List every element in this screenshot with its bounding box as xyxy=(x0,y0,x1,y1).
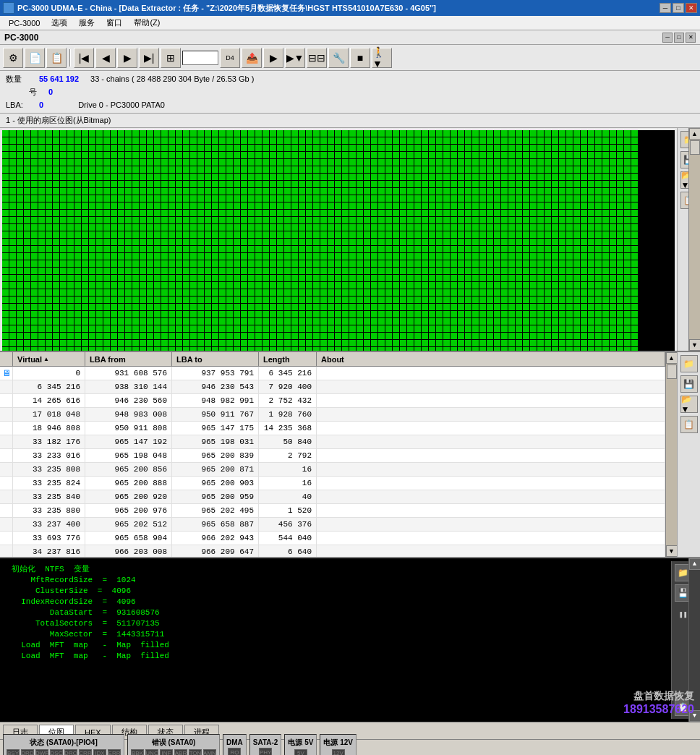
close-button[interactable]: ✕ xyxy=(686,3,697,13)
app-max-btn[interactable]: □ xyxy=(674,33,684,43)
toolbar-btn-walk[interactable]: 🚶▼ xyxy=(372,48,392,68)
table-row[interactable]: 33 235 824965 200 888965 200 90316 xyxy=(0,477,665,490)
minimize-button[interactable]: ─ xyxy=(660,3,671,13)
bitmap-cell xyxy=(393,304,399,310)
th-virtual[interactable]: Virtual ▲ xyxy=(13,352,85,366)
table-scroll-track[interactable] xyxy=(666,364,677,545)
bitmap-cell xyxy=(255,137,262,144)
table-row[interactable]: 33 182 176965 147 192965 198 03150 840 xyxy=(0,435,665,449)
log-pause-icon[interactable]: ❚❚ xyxy=(678,610,687,619)
toolbar-btn-d4[interactable]: D4 xyxy=(220,48,240,68)
table-row[interactable]: 33 235 808965 200 856965 200 87116 xyxy=(0,463,665,477)
bitmap-cell xyxy=(154,210,161,216)
bitmap-cell xyxy=(465,275,471,281)
menu-service[interactable]: 服务 xyxy=(73,16,101,30)
bitmap-cell xyxy=(516,224,522,231)
bitmap-cell xyxy=(378,195,385,202)
table-scroll-up[interactable]: ▲ xyxy=(666,352,678,364)
th-lba-from[interactable]: LBA from xyxy=(85,352,172,366)
bitmap-cell xyxy=(588,159,594,166)
menu-pc3000[interactable]: PC-3000 xyxy=(3,17,46,29)
toolbar-btn-prev-start[interactable]: |◀ xyxy=(74,48,94,68)
bitmap-scroll-thumb[interactable] xyxy=(690,140,700,155)
toolbar-btn-next-end[interactable]: ▶| xyxy=(139,48,159,68)
table-right-btn-4[interactable]: 📋 xyxy=(680,416,698,433)
table-row[interactable]: 17 018 048948 983 008950 911 7671 928 76… xyxy=(0,408,665,422)
bitmap-cell xyxy=(320,159,327,166)
toolbar-btn-play[interactable]: ▶ xyxy=(263,48,283,68)
toolbar-btn-1[interactable]: ⚙ xyxy=(3,48,23,68)
log-scroll-up[interactable]: ▲ xyxy=(689,558,701,570)
bitmap-cell xyxy=(262,195,269,202)
toolbar-input[interactable]: 0 xyxy=(182,51,218,65)
table-row[interactable]: 🖥0931 608 576937 953 7916 345 216 xyxy=(0,367,665,380)
bitmap-cell xyxy=(24,174,30,180)
maximize-button[interactable]: □ xyxy=(673,3,684,13)
bitmap-cell xyxy=(349,145,356,151)
table-right-btn-3[interactable]: 📂▼ xyxy=(680,396,698,413)
bitmap-cell xyxy=(407,188,414,195)
bitmap-cell xyxy=(241,268,247,274)
toolbar-btn-view[interactable]: ⊟⊟ xyxy=(307,48,327,68)
bitmap-scroll-down[interactable]: ▼ xyxy=(689,339,701,351)
toolbar-btn-prev[interactable]: ◀ xyxy=(95,48,116,68)
app-min-btn[interactable]: ─ xyxy=(662,33,673,43)
bitmap-cell xyxy=(393,195,399,202)
bitmap-scrollbar[interactable]: ▲ ▼ xyxy=(688,128,700,351)
table-row[interactable]: 18 946 808950 911 808965 147 17514 235 3… xyxy=(0,422,665,435)
table-row[interactable]: 34 237 816966 203 008966 209 6476 640 xyxy=(0,545,665,557)
bitmap-cell xyxy=(494,181,500,187)
table-row[interactable]: 33 233 016965 198 048965 200 8392 792 xyxy=(0,449,665,463)
bitmap-scroll-track[interactable] xyxy=(689,140,700,339)
bitmap-cell xyxy=(67,224,74,231)
bitmap-scroll-up[interactable]: ▲ xyxy=(689,128,701,140)
bitmap-cell xyxy=(132,289,139,296)
toolbar-btn-grid[interactable]: ⊞ xyxy=(161,48,181,68)
table-row[interactable]: 6 345 216938 310 144946 230 5437 920 400 xyxy=(0,380,665,394)
bitmap-cell xyxy=(125,318,132,325)
toolbar-btn-wrench[interactable]: 🔧 xyxy=(328,48,349,68)
bitmap-cell xyxy=(313,297,320,303)
table-right-btn-1[interactable]: 📁 xyxy=(680,355,698,372)
bitmap-cell xyxy=(624,246,631,252)
bitmap-cell xyxy=(212,224,218,231)
bitmap-cell xyxy=(400,130,406,137)
table-row[interactable]: 33 235 880965 200 976965 202 4951 520 xyxy=(0,504,665,518)
bitmap-cell xyxy=(96,130,103,137)
bitmap-cell xyxy=(291,210,298,216)
bitmap-cell xyxy=(125,304,132,310)
table-right-btn-2[interactable]: 💾 xyxy=(680,375,698,393)
bitmap-cell xyxy=(176,195,182,202)
menu-options[interactable]: 选项 xyxy=(46,16,73,30)
table-row[interactable]: 33 235 840965 200 920965 200 95940 xyxy=(0,490,665,504)
bitmap-cell xyxy=(82,282,88,289)
table-row[interactable]: 33 237 400965 202 512965 658 887456 376 xyxy=(0,518,665,532)
th-lba-to[interactable]: LBA to xyxy=(172,352,259,366)
toolbar-btn-3[interactable]: 📋 xyxy=(46,48,67,68)
toolbar-btn-next[interactable]: ▶ xyxy=(117,48,137,68)
table-row[interactable]: 14 265 616946 230 560948 982 9912 752 43… xyxy=(0,394,665,408)
table-scroll-thumb[interactable] xyxy=(667,364,677,379)
toolbar-btn-play2[interactable]: ▶▼ xyxy=(285,48,305,68)
bitmap-cell xyxy=(154,260,161,267)
bitmap-cell xyxy=(508,347,515,351)
bitmap-cell xyxy=(226,181,233,187)
bitmap-cell xyxy=(24,325,30,332)
toolbar-btn-export[interactable]: 📤 xyxy=(242,48,262,68)
bitmap-cell xyxy=(516,217,522,223)
menu-window[interactable]: 窗口 xyxy=(101,16,128,30)
bitmap-cell xyxy=(82,260,88,267)
th-about[interactable]: About xyxy=(317,352,665,366)
app-close-btn[interactable]: ✕ xyxy=(686,33,696,43)
bitmap-cell xyxy=(552,152,558,158)
th-length[interactable]: Length xyxy=(259,352,317,366)
menu-help[interactable]: 帮助(Z) xyxy=(128,16,166,30)
table-row[interactable]: 33 693 776965 658 904966 202 943544 040 xyxy=(0,532,665,545)
bitmap-cell xyxy=(523,130,529,137)
toolbar-btn-2[interactable]: 📄 xyxy=(25,48,45,68)
bitmap-cell xyxy=(581,166,587,173)
bitmap-cell xyxy=(96,174,103,180)
table-scroll-down[interactable]: ▼ xyxy=(666,545,678,557)
toolbar-btn-stop[interactable]: ■ xyxy=(350,48,370,68)
td-col-lba-from: 946 230 560 xyxy=(85,394,172,407)
